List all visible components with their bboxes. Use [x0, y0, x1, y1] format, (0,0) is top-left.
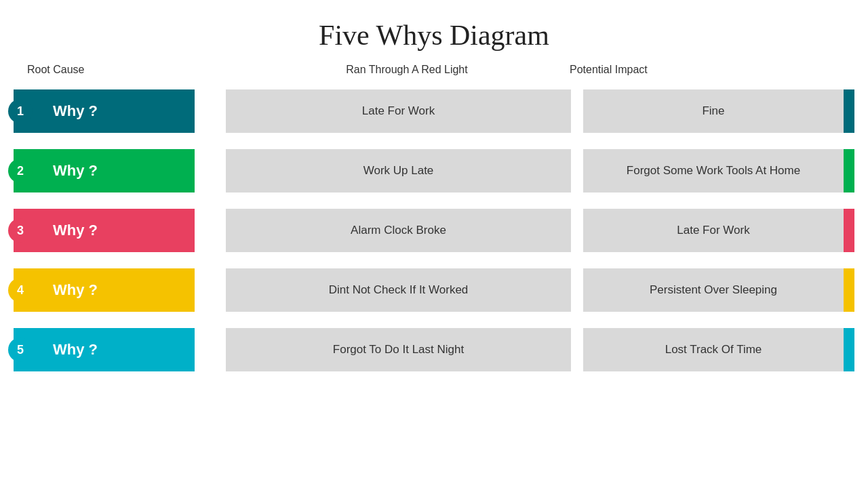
cause-box-2: Work Up Late: [226, 149, 571, 192]
number-circle-3: 3: [8, 218, 33, 243]
impact-container-3: Late For Work: [583, 209, 854, 252]
cause-box-3: Alarm Clock Broke: [226, 209, 571, 252]
impact-container-5: Lost Track Of Time: [583, 328, 854, 371]
arrow-container-5: 5 Why ?: [14, 328, 214, 371]
arrow-container-1: 1 Why ?: [14, 89, 214, 133]
arrow-shape-3: Why ?: [14, 209, 214, 252]
why-label-2: Why ?: [53, 162, 98, 180]
cause-box-1: Late For Work: [226, 89, 571, 133]
impact-accent-1: [844, 89, 854, 133]
arrow-body-2: Why ?: [14, 149, 195, 192]
number-circle-1: 1: [8, 99, 33, 123]
arrow-container-4: 4 Why ?: [14, 268, 214, 312]
arrow-body-5: Why ?: [14, 328, 195, 371]
impact-accent-3: [844, 209, 854, 252]
impact-accent-2: [844, 149, 854, 192]
diagram-row-2: 2 Why ? Work Up Late Forgot Some Work To…: [14, 141, 854, 201]
impact-box-3: Late For Work: [583, 209, 844, 252]
number-circle-2: 2: [8, 159, 33, 183]
arrow-body-1: Why ?: [14, 89, 195, 133]
col-header-root: Root Cause: [20, 64, 231, 76]
arrow-shape-1: Why ?: [14, 89, 214, 133]
why-label-5: Why ?: [53, 341, 98, 359]
column-headers: Root Cause Ran Through A Red Light Poten…: [0, 64, 868, 76]
why-label-3: Why ?: [53, 222, 98, 239]
arrow-body-4: Why ?: [14, 268, 195, 312]
impact-box-5: Lost Track Of Time: [583, 328, 844, 371]
arrow-container-3: 3 Why ?: [14, 209, 214, 252]
diagram-row-5: 5 Why ? Forgot To Do It Last Night Lost …: [14, 320, 854, 380]
why-label-1: Why ?: [53, 102, 98, 120]
page-title: Five Whys Diagram: [0, 0, 868, 58]
arrow-shape-2: Why ?: [14, 149, 214, 192]
diagram-body: 1 Why ? Late For Work Fine 2 Why ?: [0, 81, 868, 380]
col-header-main: Ran Through A Red Light: [231, 64, 563, 76]
number-circle-5: 5: [8, 338, 33, 362]
cause-box-5: Forgot To Do It Last Night: [226, 328, 571, 371]
diagram-row-3: 3 Why ? Alarm Clock Broke Late For Work: [14, 201, 854, 260]
impact-accent-5: [844, 328, 854, 371]
arrow-shape-5: Why ?: [14, 328, 214, 371]
arrow-shape-4: Why ?: [14, 268, 214, 312]
impact-container-4: Persistent Over Sleeping: [583, 268, 854, 312]
impact-box-1: Fine: [583, 89, 844, 133]
col-header-impact: Potential Impact: [563, 64, 848, 76]
why-label-4: Why ?: [53, 281, 98, 299]
impact-container-2: Forgot Some Work Tools At Home: [583, 149, 854, 192]
diagram-row-4: 4 Why ? Dint Not Check If It Worked Pers…: [14, 260, 854, 320]
impact-accent-4: [844, 268, 854, 312]
arrow-body-3: Why ?: [14, 209, 195, 252]
impact-box-2: Forgot Some Work Tools At Home: [583, 149, 844, 192]
arrow-container-2: 2 Why ?: [14, 149, 214, 192]
number-circle-4: 4: [8, 278, 33, 302]
diagram-row-1: 1 Why ? Late For Work Fine: [14, 81, 854, 141]
cause-box-4: Dint Not Check If It Worked: [226, 268, 571, 312]
impact-box-4: Persistent Over Sleeping: [583, 268, 844, 312]
impact-container-1: Fine: [583, 89, 854, 133]
